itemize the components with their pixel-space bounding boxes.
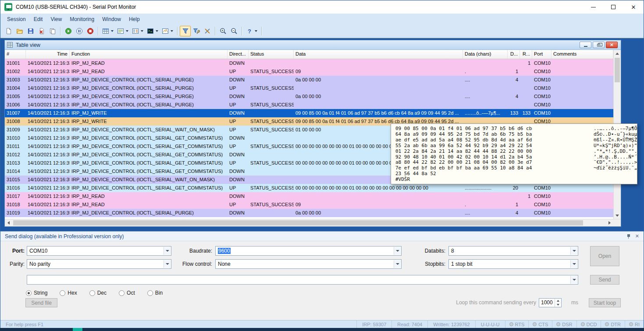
horizontal-scroll-track[interactable]	[12, 219, 606, 226]
flow-control-combo[interactable]: None	[215, 259, 402, 269]
column-header-direction[interactable]: Direct...	[228, 50, 249, 59]
table-row-31007[interactable]: 3100714/10/2021 12:16:33IRP_MJ_WRITEDOWN…	[5, 109, 613, 117]
dropdown-button[interactable]	[164, 260, 171, 268]
cell-chars	[463, 84, 508, 92]
scroll-left-button[interactable]	[5, 219, 12, 226]
horizontal-scroll-thumb[interactable]	[13, 220, 583, 225]
help-button[interactable]: ?	[244, 26, 259, 36]
table-row-31003[interactable]: 3100314/10/2021 12:16:33IRP_MJ_DEVICE_CO…	[5, 76, 613, 84]
table-row-31019[interactable]: 3101914/10/2021 12:16:35IRP_MJ_DEVICE_CO…	[5, 209, 613, 217]
format-radio-bin[interactable]: Bin	[147, 290, 163, 296]
menu-window[interactable]: Window	[98, 14, 125, 24]
baudrate-combo[interactable]: 9600	[215, 246, 402, 256]
cell-direction: DOWN	[228, 76, 249, 84]
format-radio-dec[interactable]: Dec	[89, 290, 107, 296]
menu-help[interactable]: Help	[125, 14, 144, 24]
table-row-31016[interactable]: 3101614/10/2021 12:16:35IRP_MJ_DEVICE_CO…	[5, 184, 613, 192]
cell-direction: DOWN	[228, 176, 249, 184]
tools-button[interactable]	[202, 26, 213, 36]
stop-monitoring-button[interactable]	[85, 26, 96, 36]
format-radio-string[interactable]: String	[26, 290, 47, 296]
loop-interval-spinner[interactable]: 1000	[539, 298, 562, 307]
cell-time: 14/10/2021 12:16:35	[26, 126, 70, 134]
table-row-31002[interactable]: 3100214/10/2021 12:16:33IRP_MJ_READUPSTA…	[5, 67, 613, 76]
new-document-button[interactable]	[3, 26, 14, 36]
column-header-num[interactable]: #	[5, 50, 26, 59]
copy-button[interactable]	[47, 26, 58, 36]
cell-function: IRP_MJ_DEVICE_CONTROL (IOCTL_SERIAL_PURG…	[70, 92, 228, 101]
scroll-down-button[interactable]	[614, 212, 621, 219]
minimize-button[interactable]	[583, 0, 603, 14]
dropdown-button[interactable]	[164, 247, 171, 255]
table-row-31018[interactable]: 3101814/10/2021 12:16:35IRP_MJ_READUPSTA…	[5, 201, 613, 209]
open-button[interactable]	[14, 26, 25, 36]
close-button[interactable]: ✕	[623, 0, 644, 14]
filter-setup-button[interactable]	[191, 26, 202, 36]
send-button[interactable]: Send	[590, 275, 619, 285]
open-button[interactable]: Open	[590, 246, 619, 266]
table-row-31006[interactable]: 3100614/10/2021 12:16:33IRP_MJ_DEVICE_CO…	[5, 101, 613, 109]
column-header-port[interactable]: Port	[532, 50, 551, 59]
column-header-dlen[interactable]: D...	[508, 50, 520, 59]
table-row-31004[interactable]: 3100414/10/2021 12:16:33IRP_MJ_DEVICE_CO…	[5, 84, 613, 92]
radio-dot-icon	[26, 290, 32, 296]
cell-rlen: 133	[520, 109, 532, 117]
zoom-in-button[interactable]	[217, 26, 228, 36]
save-button[interactable]	[25, 26, 36, 36]
dropdown-button[interactable]	[570, 276, 577, 284]
cell-num: 31011	[5, 142, 26, 151]
scroll-up-button[interactable]	[614, 50, 621, 57]
dropdown-button[interactable]	[570, 260, 577, 268]
table-view-titlebar[interactable]: Table view ✕	[5, 40, 621, 50]
table-row-31017[interactable]: 3101714/10/2021 12:16:35IRP_MJ_READDOWN1…	[5, 192, 613, 201]
command-input-combo[interactable]	[27, 275, 578, 285]
child-minimize-button[interactable]	[580, 42, 591, 48]
start-monitoring-button[interactable]	[63, 26, 74, 36]
spinner-up-button[interactable]	[555, 299, 561, 303]
filter-button[interactable]	[180, 26, 191, 36]
dump-view-button[interactable]	[130, 26, 145, 36]
format-radio-hex[interactable]: Hex	[60, 290, 77, 296]
menu-view[interactable]: View	[46, 14, 66, 24]
databits-combo[interactable]: 8	[448, 246, 578, 256]
scroll-right-button[interactable]	[606, 219, 613, 226]
column-header-data[interactable]: Data	[294, 50, 463, 59]
menu-monitoring[interactable]: Monitoring	[66, 14, 98, 24]
cell-function: IRP_MJ_DEVICE_CONTROL (IOCTL_SERIAL_WAIT…	[70, 126, 228, 134]
zoom-out-button[interactable]	[228, 26, 239, 36]
vertical-scroll-thumb[interactable]	[615, 58, 620, 82]
table-view-title: Table view	[16, 42, 40, 48]
modem-events-view-button[interactable]	[160, 26, 175, 36]
pin-icon[interactable]	[626, 234, 631, 239]
menu-session[interactable]: Session	[3, 14, 30, 24]
column-header-chars[interactable]: Data (chars)	[463, 50, 508, 59]
horizontal-scrollbar[interactable]	[5, 219, 621, 226]
spinner-down-button[interactable]	[555, 303, 561, 307]
column-header-status[interactable]: Status	[249, 50, 294, 59]
taskbar-app-indicator[interactable]	[73, 328, 82, 331]
pause-monitoring-button[interactable]	[74, 26, 85, 36]
port-combo[interactable]: COM10	[27, 246, 171, 256]
format-radio-oct[interactable]: Oct	[119, 290, 135, 296]
panel-close-icon[interactable]: ✕	[635, 234, 639, 239]
send-file-button[interactable]: Send file	[25, 298, 57, 307]
table-row-31001[interactable]: 3100114/10/2021 12:16:33IRP_MJ_READDOWN1…	[5, 59, 613, 67]
maximize-button[interactable]	[603, 0, 623, 14]
line-view-button[interactable]	[115, 26, 130, 36]
column-header-function[interactable]: Function	[70, 50, 228, 59]
column-header-time[interactable]: Time	[26, 50, 70, 59]
column-header-rlen[interactable]: R...	[520, 50, 532, 59]
menu-edit[interactable]: Edit	[30, 14, 47, 24]
arrow-down-icon	[616, 215, 619, 217]
close-session-button[interactable]	[36, 26, 47, 36]
table-view-button[interactable]	[100, 26, 115, 36]
dropdown-button[interactable]	[570, 247, 577, 255]
parity-combo[interactable]: No parity	[27, 259, 171, 269]
child-restore-button[interactable]	[593, 42, 605, 48]
child-close-button[interactable]: ✕	[606, 42, 618, 48]
stopbits-combo[interactable]: 1 stop bit	[448, 259, 578, 269]
table-row-31005[interactable]: 3100514/10/2021 12:16:33IRP_MJ_DEVICE_CO…	[5, 92, 613, 101]
column-header-comments[interactable]: Comments	[551, 50, 613, 59]
terminal-view-button[interactable]	[145, 26, 160, 36]
start-loop-button[interactable]: Start loop	[589, 298, 621, 307]
